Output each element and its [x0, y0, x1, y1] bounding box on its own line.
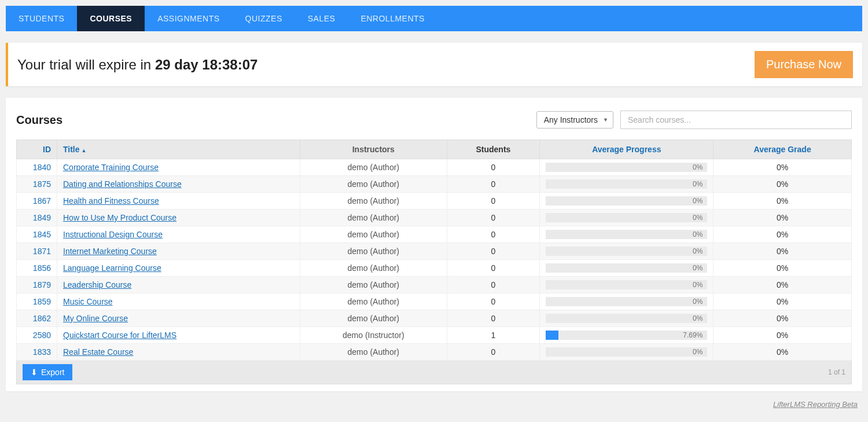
export-icon: ⬇ — [31, 368, 38, 377]
progress-bar: 0% — [546, 247, 707, 256]
cell-title: Instructional Design Course — [57, 226, 300, 243]
cell-id: 1871 — [17, 243, 57, 260]
page-title: Courses — [16, 113, 62, 127]
cell-students: 1 — [447, 327, 540, 344]
cell-students: 0 — [447, 159, 540, 176]
courses-panel: Courses Any Instructors ▼ ID Title▲ Inst… — [6, 98, 862, 391]
chevron-down-icon: ▼ — [603, 117, 608, 123]
cell-instructor: demo (Author) — [300, 344, 447, 361]
cell-id: 1859 — [17, 293, 57, 310]
th-avg-progress[interactable]: Average Progress — [540, 140, 713, 159]
table-row: 1849How to Use My Product Coursedemo (Au… — [17, 210, 852, 226]
th-avg-grade[interactable]: Average Grade — [713, 140, 852, 159]
cell-students: 0 — [447, 226, 540, 243]
export-label: Export — [41, 368, 64, 377]
cell-students: 0 — [447, 260, 540, 277]
course-link[interactable]: Language Learning Course — [63, 263, 161, 273]
course-link[interactable]: Leadership Course — [63, 280, 131, 289]
course-link[interactable]: How to Use My Product Course — [63, 213, 176, 222]
course-link[interactable]: Music Course — [63, 297, 113, 306]
nav-tab-sales[interactable]: SALES — [295, 6, 348, 31]
cell-instructor: demo (Author) — [300, 193, 447, 210]
cell-instructor: demo (Author) — [300, 159, 447, 176]
purchase-now-button[interactable]: Purchase Now — [755, 51, 853, 78]
cell-instructor: demo (Author) — [300, 277, 447, 293]
cell-grade: 0% — [713, 310, 852, 327]
th-id[interactable]: ID — [17, 140, 57, 159]
nav-tab-students[interactable]: STUDENTS — [6, 6, 77, 31]
cell-progress: 0% — [540, 176, 713, 193]
table-row: 1867Health and Fitness Coursedemo (Autho… — [17, 193, 852, 210]
cell-instructor: demo (Author) — [300, 260, 447, 277]
cell-students: 0 — [447, 193, 540, 210]
progress-fill — [546, 331, 558, 340]
sort-asc-icon: ▲ — [82, 148, 87, 153]
table-row: 1845Instructional Design Coursedemo (Aut… — [17, 226, 852, 243]
course-link[interactable]: Corporate Training Course — [63, 163, 159, 172]
cell-grade: 0% — [713, 260, 852, 277]
progress-label: 0% — [693, 214, 703, 222]
course-link[interactable]: Real Estate Course — [63, 347, 133, 357]
cell-grade: 0% — [713, 176, 852, 193]
table-row: 1856Language Learning Coursedemo (Author… — [17, 260, 852, 277]
cell-progress: 0% — [540, 243, 713, 260]
panel-header: Courses Any Instructors ▼ — [16, 111, 852, 129]
trial-banner: Your trial will expire in 29 day 18:38:0… — [6, 43, 862, 86]
progress-bar: 0% — [546, 163, 707, 172]
nav-tab-assignments[interactable]: ASSIGNMENTS — [145, 6, 232, 31]
cell-progress: 0% — [540, 210, 713, 226]
footer-link-area: LifterLMS Reporting Beta — [0, 399, 858, 409]
nav-tab-quizzes[interactable]: QUIZZES — [233, 6, 295, 31]
table-row: 1862My Online Coursedemo (Author)00%0% — [17, 310, 852, 327]
cell-id: 1867 — [17, 193, 57, 210]
cell-progress: 7.69% — [540, 327, 713, 344]
nav-tab-courses[interactable]: COURSES — [77, 6, 145, 31]
table-row: 2580Quickstart Course for LifterLMSdemo … — [17, 327, 852, 344]
search-input[interactable] — [620, 111, 852, 129]
cell-grade: 0% — [713, 159, 852, 176]
cell-progress: 0% — [540, 193, 713, 210]
cell-progress: 0% — [540, 159, 713, 176]
cell-progress: 0% — [540, 226, 713, 243]
progress-bar: 7.69% — [546, 331, 707, 340]
course-link[interactable]: Dating and Relationships Course — [63, 179, 182, 189]
cell-id: 1845 — [17, 226, 57, 243]
trial-prefix: Your trial will expire in — [17, 57, 155, 72]
course-link[interactable]: Health and Fitness Course — [63, 196, 159, 206]
th-title[interactable]: Title▲ — [57, 140, 300, 159]
course-link[interactable]: My Online Course — [63, 314, 128, 323]
cell-id: 1840 — [17, 159, 57, 176]
progress-bar: 0% — [546, 263, 707, 273]
progress-bar: 0% — [546, 297, 707, 306]
cell-instructor: demo (Author) — [300, 310, 447, 327]
table-row: 1859Music Coursedemo (Author)00%0% — [17, 293, 852, 310]
cell-progress: 0% — [540, 277, 713, 293]
progress-bar: 0% — [546, 280, 707, 289]
progress-label: 0% — [693, 230, 703, 238]
course-link[interactable]: Instructional Design Course — [63, 230, 163, 239]
cell-instructor: demo (Author) — [300, 176, 447, 193]
table-row: 1840Corporate Training Coursedemo (Autho… — [17, 159, 852, 176]
progress-label: 0% — [693, 197, 703, 205]
progress-label: 0% — [693, 298, 703, 306]
course-link[interactable]: Quickstart Course for LifterLMS — [63, 331, 176, 340]
nav-tabs: STUDENTSCOURSESASSIGNMENTSQUIZZESSALESEN… — [6, 6, 862, 31]
progress-label: 0% — [693, 314, 703, 322]
cell-id: 1849 — [17, 210, 57, 226]
pagination-status: 1 of 1 — [828, 368, 845, 376]
export-button[interactable]: ⬇ Export — [23, 364, 72, 380]
nav-tab-enrollments[interactable]: ENROLLMENTS — [348, 6, 437, 31]
cell-instructor: demo (Author) — [300, 226, 447, 243]
cell-id: 1856 — [17, 260, 57, 277]
course-link[interactable]: Internet Marketing Course — [63, 247, 157, 256]
reporting-beta-link[interactable]: LifterLMS Reporting Beta — [773, 400, 858, 409]
instructor-filter-select[interactable]: Any Instructors ▼ — [536, 111, 613, 129]
progress-bar: 0% — [546, 314, 707, 323]
instructor-filter-label: Any Instructors — [544, 115, 598, 124]
cell-grade: 0% — [713, 243, 852, 260]
progress-bar: 0% — [546, 347, 707, 357]
cell-id: 1879 — [17, 277, 57, 293]
cell-students: 0 — [447, 310, 540, 327]
table-row: 1871Internet Marketing Coursedemo (Autho… — [17, 243, 852, 260]
cell-instructor: demo (Instructor) — [300, 327, 447, 344]
